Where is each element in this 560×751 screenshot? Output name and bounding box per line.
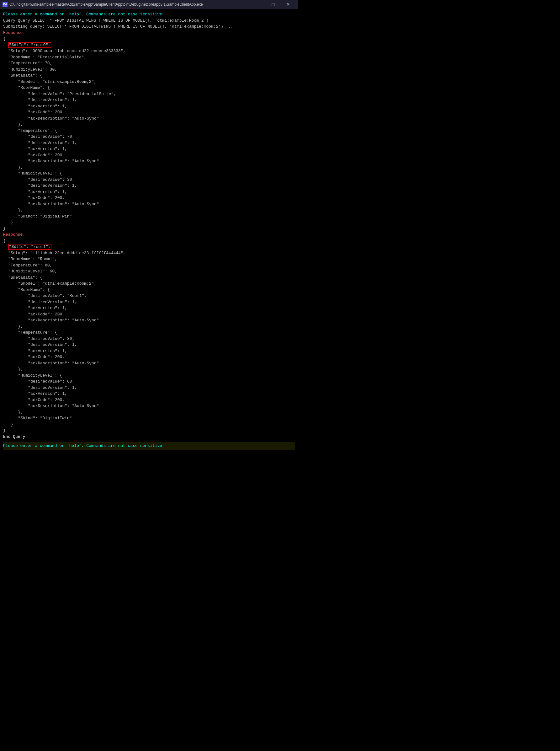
room0-dtid-line: "$dtId": "room0", <box>3 42 295 48</box>
response-label-2: Response: <box>3 232 295 238</box>
room1-desired-value-80: "desiredValue": 80, <box>3 336 295 342</box>
room1-close-meta: } <box>3 422 295 428</box>
query-label: Query <box>3 18 18 23</box>
room1-metadata-open: "$metadata": { <box>3 275 295 281</box>
room1-close-3: }, <box>3 409 295 416</box>
room1-model: "$model": "dtmi:example:Room;2", <box>3 281 295 287</box>
room1-desired-version-3: "desiredVersion": 1, <box>3 385 295 391</box>
room1-temp-meta-open: "Temperature": { <box>3 329 295 336</box>
room1-ack-version-3: "ackVersion": 1, <box>3 391 295 397</box>
room1-ack-desc-3: "ackDescription": "Auto-Sync" <box>3 403 295 409</box>
room0-ack-code-1: "ackCode": 200, <box>3 109 295 115</box>
title-bar-left: C# C:\...\digital-twins-samples-master\A… <box>2 2 203 7</box>
room1-ack-desc-2: "ackDescription": "Auto-Sync" <box>3 360 295 367</box>
prompt-line-2: Please enter a command or 'help'. Comman… <box>3 442 295 450</box>
room0-ack-version-1: "ackVersion": 1, <box>3 103 295 110</box>
room0-open-brace: { <box>3 36 295 42</box>
prompt-line-1: Please enter a command or 'help'. Comman… <box>3 11 295 18</box>
room0-ack-version-3: "ackVersion": 1, <box>3 189 295 195</box>
room0-metadata-open: "$metadata": { <box>3 73 295 79</box>
room1-ack-version-1: "ackVersion": 1, <box>3 305 295 311</box>
room0-close-obj: } <box>3 226 295 232</box>
close-button[interactable]: ✕ <box>281 0 295 9</box>
room1-close-2: }, <box>3 366 295 372</box>
title-bar: C# C:\...\digital-twins-samples-master\A… <box>0 0 298 9</box>
terminal-window: Please enter a command or 'help'. Comman… <box>0 9 298 751</box>
room0-temp-meta-open: "Temperature": { <box>3 128 295 134</box>
room1-desired-value-room1: "desiredValue": "Room1", <box>3 293 295 299</box>
room1-desired-version-1: "desiredVersion": 1, <box>3 299 295 305</box>
room1-ack-code-3: "ackCode": 200, <box>3 397 295 403</box>
room1-humid-meta-open: "HumidityLevel": { <box>3 372 295 379</box>
room0-roomname-meta-open: "RoomName": { <box>3 85 295 91</box>
room0-etag: "$etag": "0000aaaa-11bb-cccc-dd22-eeeeee… <box>3 48 295 54</box>
room1-etag: "$etag": "1111bbbb-22cc-dddd-ee33-ffffff… <box>3 250 295 256</box>
room1-dtid-highlight: "$dtId": "room1", <box>8 244 52 250</box>
spacer <box>3 440 295 442</box>
room1-roomname-meta-open: "RoomName": { <box>3 287 295 293</box>
room1-ack-version-2: "ackVersion": 1, <box>3 348 295 354</box>
room0-humidity: "HumidityLevel": 30, <box>3 66 295 73</box>
room0-ack-version-2: "ackVersion": 1, <box>3 146 295 152</box>
minimize-button[interactable]: — <box>251 0 265 9</box>
room0-temperature: "Temperature": 70, <box>3 60 295 66</box>
room1-ack-code-1: "ackCode": 200, <box>3 311 295 317</box>
room0-ack-desc-2: "ackDescription": "Auto-Sync" <box>3 158 295 165</box>
room0-roomname: "RoomName": "PresidentialSuite", <box>3 54 295 61</box>
room0-ack-code-3: "ackCode": 200, <box>3 195 295 201</box>
room0-model: "$model": "dtmi:example:Room;2", <box>3 79 295 85</box>
maximize-button[interactable]: □ <box>266 0 280 9</box>
room1-close-obj: } <box>3 427 295 434</box>
room1-close-1: }, <box>3 324 295 330</box>
room1-dtid-line: "$dtId": "room1", <box>3 244 295 250</box>
room0-close-3: }, <box>3 207 295 213</box>
room1-desired-value-60: "desiredValue": 60, <box>3 379 295 385</box>
room0-ack-code-2: "ackCode": 200, <box>3 152 295 158</box>
room0-close-1: }, <box>3 121 295 128</box>
end-query-line: End Query <box>3 434 295 440</box>
room0-desired-value-70: "desiredValue": 70, <box>3 134 295 140</box>
room1-ack-code-2: "ackCode": 200, <box>3 354 295 360</box>
room0-desired-version-2: "desiredVersion": 1, <box>3 140 295 146</box>
room1-humidity: "HumidityLevel": 60, <box>3 268 295 275</box>
room1-open-brace: { <box>3 238 295 244</box>
room0-close-meta: } <box>3 219 295 226</box>
room1-temperature: "Temperature": 80, <box>3 262 295 269</box>
submitting-line: Submitting query: SELECT * FROM DIGITALT… <box>3 23 295 30</box>
query-input-line: Query Query SELECT * FROM DIGITALTWINS T… <box>3 18 295 24</box>
room0-desired-version-1: "desiredVersion": 1, <box>3 97 295 103</box>
room1-kind: "$kind": "DigitalTwin" <box>3 415 295 422</box>
room0-dtid-highlight: "$dtId": "room0", <box>8 42 52 48</box>
room0-ack-desc-1: "ackDescription": "Auto-Sync" <box>3 115 295 122</box>
room0-ack-desc-3: "ackDescription": "Auto-Sync" <box>3 201 295 208</box>
room0-desired-value-30: "desiredValue": 30, <box>3 177 295 183</box>
title-bar-path: C:\...\digital-twins-samples-master\AdtS… <box>9 2 203 6</box>
room0-kind: "$kind": "DigitalTwin" <box>3 213 295 220</box>
room0-humid-meta-open: "HumidityLevel": { <box>3 170 295 177</box>
room0-desired-version-3: "desiredVersion": 1, <box>3 182 295 189</box>
room0-desired-value-pres: "desiredValue": "PresidentialSuite", <box>3 91 295 97</box>
room1-roomname: "RoomName": "Room1", <box>3 256 295 262</box>
app-icon: C# <box>2 2 7 7</box>
room0-close-2: }, <box>3 165 295 171</box>
title-bar-controls: — □ ✕ <box>251 0 295 9</box>
response-label-1: Response: <box>3 30 295 36</box>
room1-desired-version-2: "desiredVersion": 1, <box>3 342 295 348</box>
query-text: Query SELECT * FROM DIGITALTWINS T WHERE… <box>18 18 209 23</box>
room1-ack-desc-1: "ackDescription": "Auto-Sync" <box>3 317 295 324</box>
